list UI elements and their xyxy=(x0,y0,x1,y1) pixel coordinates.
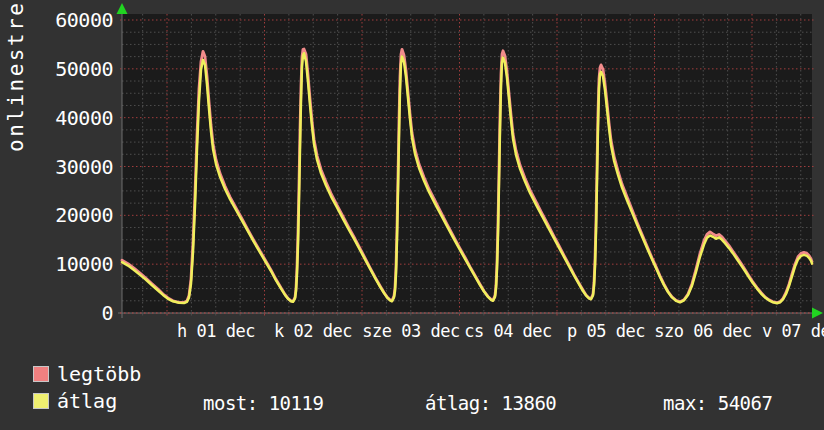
y-tick-label: 40000 xyxy=(23,106,113,130)
y-tick-label: 50000 xyxy=(23,57,113,81)
y-tick-label: 30000 xyxy=(23,155,113,179)
stat-atlag: átlag: 13860 xyxy=(425,392,556,414)
y-axis-arrow-icon xyxy=(117,3,128,14)
legend-label-avg: átlag xyxy=(57,390,117,412)
x-axis-arrow-icon xyxy=(812,308,823,319)
rrd-graph: onlinestream.live 0100002000030000400005… xyxy=(0,0,824,430)
y-tick-label: 20000 xyxy=(23,203,113,227)
legend-swatch-max xyxy=(33,366,49,382)
legend-label-max: legtöbb xyxy=(57,363,141,385)
x-tick-label: v 07 dec xyxy=(736,321,824,341)
y-tick-label: 10000 xyxy=(23,252,113,276)
y-tick-label: 0 xyxy=(23,301,113,325)
legend-swatch-avg xyxy=(33,393,49,409)
stat-most: most: 10119 xyxy=(203,392,323,414)
plot-background xyxy=(122,14,812,313)
y-tick-label: 60000 xyxy=(23,8,113,32)
stat-max: max: 54067 xyxy=(663,392,772,414)
